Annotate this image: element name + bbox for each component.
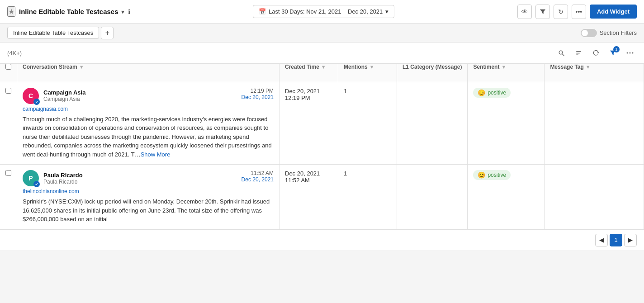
add-tab-button[interactable]: + <box>101 27 114 39</box>
row1-created-datetime: Dec 20, 2021 12:19 PM <box>285 88 320 101</box>
row2-author-name: Paula Ricardo <box>43 172 83 179</box>
th-sentiment-label: Sentiment <box>473 64 499 70</box>
row2-time-date[interactable]: Dec 20, 2021 <box>242 176 274 183</box>
section-filters-toggle[interactable] <box>581 29 597 37</box>
calendar-icon: 📅 <box>259 8 266 15</box>
th-created-label: Created Time <box>285 64 319 70</box>
refresh-button[interactable]: ↻ <box>554 5 568 19</box>
data-table: Conversation Stream ▼ Created Time ▼ Men… <box>0 64 644 230</box>
row1-sentiment-cell: 😊 positive <box>468 82 545 165</box>
filter-icon <box>540 9 546 15</box>
refresh-icon <box>592 50 599 57</box>
th-message-tag-label: Message Tag <box>550 64 583 70</box>
th-created-time[interactable]: Created Time ▼ <box>279 64 338 82</box>
th-l1-label: L1 Category (Message) <box>402 64 462 70</box>
row2-time-main: 11:52 AM <box>242 170 274 176</box>
pagination-next-button[interactable]: ▶ <box>624 234 637 246</box>
row1-sentiment-label: positive <box>488 90 506 96</box>
badge-icon <box>35 182 38 186</box>
row2-author-info: Paula Ricardo Paula Ricardo <box>43 172 83 185</box>
tab-bar-left: Inline Editable Table Testcases + <box>7 27 114 39</box>
add-widget-button[interactable]: Add Widget <box>590 5 637 19</box>
table-more-button[interactable] <box>623 46 637 60</box>
row2-checkbox-cell[interactable] <box>0 165 17 230</box>
pagination-prev-button[interactable]: ◀ <box>595 234 608 246</box>
toggle-knob <box>582 30 588 36</box>
row2-left: P Paula Ricardo Paula Ricardo <box>23 170 83 186</box>
row1-author-info: Campaign Asia Campaign Asia <box>43 89 85 102</box>
table-container: (4K+) 1 <box>0 43 644 250</box>
filter-active-badge: 1 <box>613 46 620 52</box>
row2-source-name: Paula Ricardo <box>43 179 83 185</box>
row2-mentions-cell: 1 <box>338 165 397 230</box>
row1-source-name: Campaign Asia <box>43 96 85 102</box>
conversation-sort-icon: ▼ <box>79 64 84 70</box>
select-all-checkbox[interactable] <box>5 64 11 70</box>
row1-conversation-cell: C Campaign Asia Campaign Asia <box>17 82 279 165</box>
pagination: ◀ 1 ▶ <box>0 230 644 250</box>
sort-icon <box>575 50 582 57</box>
table-filter-button[interactable]: 1 <box>606 46 620 60</box>
table-search-button[interactable] <box>554 46 568 60</box>
row1-header: C Campaign Asia Campaign Asia <box>23 88 274 104</box>
row1-show-more[interactable]: Show More <box>141 151 170 158</box>
row2-sentiment-cell: 😊 positive <box>468 165 545 230</box>
table-refresh-button[interactable] <box>589 46 602 60</box>
row1-time: 12:19 PM Dec 20, 2021 <box>242 88 274 100</box>
row2-conversation-cell: P Paula Ricardo Paula Ricardo <box>17 165 279 230</box>
th-mentions[interactable]: Mentions ▼ <box>338 64 397 82</box>
badge-icon <box>35 100 38 104</box>
star-button[interactable]: ★ <box>7 6 15 17</box>
table-header-row: Conversation Stream ▼ Created Time ▼ Men… <box>0 64 644 82</box>
row1-time-date[interactable]: Dec 20, 2021 <box>242 94 274 100</box>
mentions-sort-icon: ▼ <box>369 64 374 70</box>
table-toolbar: (4K+) 1 <box>0 43 644 64</box>
th-sentiment[interactable]: Sentiment ▼ <box>468 64 545 82</box>
page-title: Inline Editable Table Testcases <box>19 8 118 15</box>
row2-avatar-letter: P <box>28 175 33 182</box>
row2-checkbox[interactable] <box>5 170 11 176</box>
row1-checkbox-cell[interactable] <box>0 82 17 165</box>
row1-avatar-badge <box>33 99 40 105</box>
row1-created-cell: Dec 20, 2021 12:19 PM <box>279 82 338 165</box>
sentiment-sort-icon: ▼ <box>501 64 506 70</box>
th-l1-category: L1 Category (Message) <box>397 64 468 82</box>
row2-sentiment-label: positive <box>488 172 506 178</box>
date-range-button[interactable]: 📅 Last 30 Days: Nov 21, 2021 – Dec 20, 2… <box>253 5 394 18</box>
row1-time-main: 12:19 PM <box>242 88 274 94</box>
row2-source-url[interactable]: thelincolnianonline.com <box>23 188 274 194</box>
th-message-tag[interactable]: Message Tag ▼ <box>545 64 644 82</box>
row2-content-text: Sprinklr's (NYSE:CXM) lock-up period wil… <box>23 198 270 223</box>
svg-point-5 <box>627 52 628 54</box>
row2-sentiment-badge: 😊 positive <box>473 170 511 180</box>
row1-checkbox[interactable] <box>5 88 11 94</box>
filter-button[interactable] <box>535 5 550 19</box>
th-conversation[interactable]: Conversation Stream ▼ <box>17 64 279 82</box>
row1-source-url[interactable]: campaignasia.com <box>23 106 274 112</box>
tab-bar: Inline Editable Table Testcases + Sectio… <box>0 24 644 43</box>
info-icon[interactable]: ℹ <box>128 8 130 15</box>
row2-avatar: P <box>23 170 39 186</box>
more-options-button[interactable]: ••• <box>572 5 586 19</box>
title-chevron-icon[interactable]: ▾ <box>121 8 124 15</box>
th-conversation-label: Conversation Stream <box>23 64 77 70</box>
pagination-page-1[interactable]: 1 <box>610 234 622 246</box>
row2-header: P Paula Ricardo Paula Ricardo <box>23 170 274 186</box>
eye-button[interactable]: 👁 <box>517 5 532 19</box>
row1-avatar-letter: C <box>28 92 33 99</box>
table-sort-button[interactable] <box>572 46 585 60</box>
top-bar-right: 👁 ↻ ••• Add Widget <box>517 5 637 19</box>
table-row: P Paula Ricardo Paula Ricardo <box>0 165 644 230</box>
th-mentions-label: Mentions <box>344 64 368 70</box>
row2-sentiment-icon: 😊 <box>478 171 485 179</box>
top-bar-left: ★ Inline Editable Table Testcases ▾ ℹ <box>7 6 130 17</box>
row2-message-tag-cell <box>545 165 644 230</box>
th-select-all[interactable] <box>0 64 17 82</box>
row1-mentions-cell: 1 <box>338 82 397 165</box>
title-group: Inline Editable Table Testcases ▾ <box>19 8 124 15</box>
message-tag-sort-icon: ▼ <box>586 64 591 70</box>
tab-inline-editable[interactable]: Inline Editable Table Testcases <box>7 27 99 39</box>
row1-left: C Campaign Asia Campaign Asia <box>23 88 85 104</box>
date-range-chevron-icon: ▾ <box>385 8 388 15</box>
date-range-label: Last 30 Days: Nov 21, 2021 – Dec 20, 202… <box>269 8 383 15</box>
